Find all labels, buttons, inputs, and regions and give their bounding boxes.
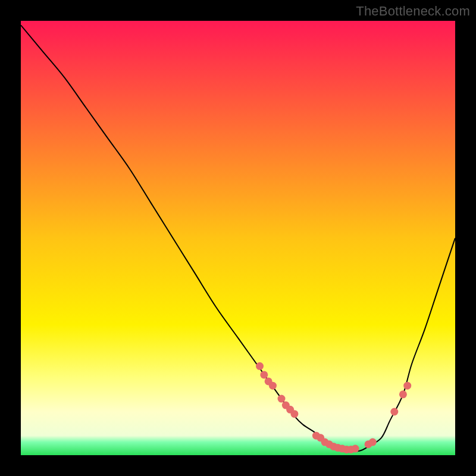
data-marker bbox=[390, 408, 398, 416]
data-marker bbox=[403, 382, 411, 390]
data-marker bbox=[352, 445, 359, 453]
data-marker bbox=[260, 371, 268, 378]
data-marker bbox=[290, 410, 298, 418]
curve-layer bbox=[21, 21, 455, 455]
watermark-label: TheBottleneck.com bbox=[356, 4, 470, 19]
markers-group bbox=[256, 362, 411, 453]
chart-frame: TheBottleneck.com bbox=[0, 0, 476, 476]
data-marker bbox=[399, 390, 407, 398]
data-marker bbox=[256, 362, 264, 370]
data-marker bbox=[369, 439, 377, 446]
bottleneck-curve bbox=[21, 25, 455, 451]
plot-area bbox=[21, 21, 455, 455]
data-marker bbox=[278, 395, 286, 403]
data-marker bbox=[269, 382, 277, 390]
